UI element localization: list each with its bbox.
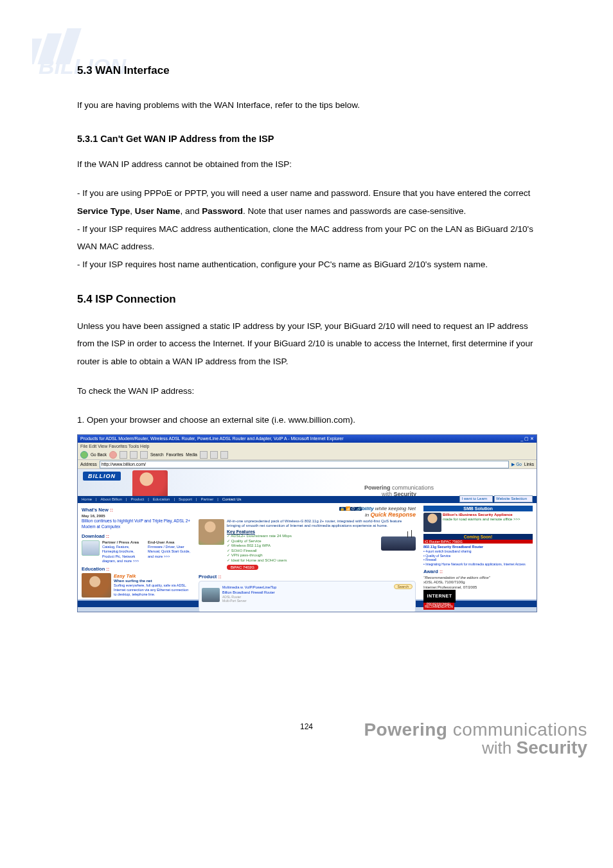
left-column: What's New :: May 16, 2005 Billion conti…: [78, 503, 195, 599]
banner-selects: I want to Learn Website Selection: [459, 495, 533, 502]
product-button[interactable]: BiPAC 7402G: [227, 565, 258, 570]
heading-5-3-1: 5.3.1 Can't Get WAN IP Address from the …: [77, 134, 536, 144]
internet-logo-sub: PROFESSIONNEL RECOMMENDATION: [423, 603, 454, 610]
window-title-bar: Products for ADSL Modem/Router, Wireless…: [78, 435, 537, 443]
footer-security: Security: [517, 738, 588, 757]
menu-bar[interactable]: File Edit View Favorites Tools Help: [78, 443, 537, 450]
router-image: [381, 536, 416, 551]
history-icon[interactable]: [200, 451, 208, 459]
nav-contact[interactable]: Contact Us: [222, 496, 242, 503]
window-controls: _ ▢ ✕: [520, 435, 534, 443]
lock-icon: 🔒: [339, 507, 345, 511]
download-thumb: [82, 540, 100, 556]
partner-area-links[interactable]: Catalog, Feature, Homeplug brochure, Pro…: [102, 545, 145, 563]
site-banner: BILLION Powering communications with Sec…: [78, 469, 537, 503]
svg-rect-1: [38, 33, 62, 64]
feature-6: ✓ Ideal for Home and SOHO users: [227, 558, 416, 563]
news-link[interactable]: Billion continues to highlight VoIP and …: [82, 518, 191, 529]
forward-button-icon[interactable]: [109, 451, 117, 459]
award-header: Award ::: [423, 569, 533, 574]
address-input[interactable]: [100, 461, 510, 468]
middle-column: 🔒📶⏱🔗bility while keeping Net in Quick Re…: [195, 503, 420, 599]
education-header: Education ::: [82, 566, 191, 572]
feature-photo: [199, 519, 224, 545]
print-icon[interactable]: [220, 451, 228, 459]
back-button-icon[interactable]: [80, 451, 88, 459]
text-5-3-1-p1: - If you are using PPPoE or PPTP, you wi…: [77, 184, 536, 273]
award-magazine: Internet Professionnel, 07/2005: [423, 585, 533, 590]
svg-rect-2: [56, 28, 82, 64]
text-5-3-1-p2: - If your ISP requires MAC address authe…: [77, 224, 533, 252]
text-fragment: - If you are using PPPoE or PPTP, you wi…: [77, 188, 530, 198]
wifi-icon: 📶: [345, 507, 351, 511]
internet-logo: INTERNET: [423, 590, 456, 603]
coming-f4: • Integrating Home Network for multimedi…: [423, 562, 533, 567]
news-date: May 16, 2005: [82, 514, 191, 518]
award-quote: "Recommendation of the editors office": [423, 576, 533, 580]
text-5-4-p2: To check the WAN IP address:: [77, 382, 536, 400]
window-title: Products for ADSL Modem/Router, Wireless…: [80, 435, 344, 443]
award-product: xDSL ADSL 7100/7100g: [423, 580, 533, 585]
nav-support[interactable]: Support: [179, 496, 192, 503]
links-label[interactable]: Links: [524, 462, 534, 466]
nav-education[interactable]: Education: [153, 496, 170, 503]
coming-soon-banner: Coming Soon!: [423, 534, 533, 540]
enduser-area-links[interactable]: Firmware / Driver, User Manual, Quick St…: [148, 545, 191, 558]
stop-icon[interactable]: [120, 451, 127, 459]
favorites-label[interactable]: Favorites: [166, 452, 184, 457]
nav-home[interactable]: Home: [82, 496, 92, 503]
billion-logo[interactable]: BILLION: [83, 472, 121, 481]
nav-product[interactable]: Product: [131, 496, 145, 503]
banner-slogan: Powering communications with Security: [364, 484, 434, 497]
toolbar: Go Back Search Favorites Media: [78, 450, 537, 460]
webpage-body: BILLION Powering communications with Sec…: [78, 469, 537, 604]
address-bar: Address ▶ Go Links: [78, 460, 537, 469]
go-button[interactable]: ▶ Go: [511, 462, 521, 467]
product-link-1[interactable]: Multimedia w. VoIP/PowerLine/Top: [202, 585, 413, 590]
text-5-4-p1: Unless you have been assigned a static I…: [77, 317, 536, 371]
address-label: Address: [80, 462, 97, 466]
text-5-3-1-p3: - If your ISP requires host name authent…: [77, 260, 488, 269]
home-icon[interactable]: [140, 451, 148, 459]
link-icon: 🔗: [356, 507, 362, 511]
feature-title: 🔒📶⏱🔗bility while keeping Net in Quick Re…: [199, 506, 416, 518]
product-link-4[interactable]: Multi-Port Server: [202, 599, 413, 603]
bold-user-name: User Name: [135, 206, 181, 216]
refresh-icon[interactable]: [130, 451, 138, 459]
search-label[interactable]: Search: [150, 452, 164, 457]
feature-desc: All-in-one unprecedented pack of Wireles…: [227, 519, 416, 528]
mail-icon[interactable]: [210, 451, 218, 459]
nav-partner[interactable]: Partner: [201, 496, 214, 503]
browser-screenshot: Products for ADSL Modem/Router, Wireless…: [77, 434, 537, 612]
heading-5-3: 5.3 WAN Interface: [77, 64, 536, 77]
text-5-3-1-intro: If the WAN IP address cannot be obtained…: [77, 155, 536, 173]
website-select[interactable]: Website Selection: [494, 495, 533, 502]
nav-about[interactable]: About Billion: [101, 496, 122, 503]
bold-service-type: Service Type: [77, 206, 130, 216]
download-header: Download ::: [82, 533, 191, 539]
footer-communications: communications: [453, 720, 587, 740]
speed-icon: ⏱: [351, 507, 356, 511]
learn-select[interactable]: I want to Learn: [459, 495, 493, 502]
right-column: SMB Solution Billion's iBusiness Securit…: [420, 503, 537, 599]
product-header: Product ::: [199, 574, 416, 580]
partner-area-header: Partner / Press Area: [102, 540, 145, 545]
page-content: 5.3 WAN Interface If you are having prob…: [77, 64, 536, 612]
bold-password: Password: [202, 206, 243, 216]
smb-header: SMB Solution: [423, 506, 533, 511]
footer-tagline: Powering communications with Security: [364, 720, 587, 758]
product-panel: Search Multimedia w. VoIP/PowerLine/Top …: [199, 581, 416, 612]
product-link-2[interactable]: Billion Broadband Firewall Router: [202, 590, 413, 595]
education-photo: [82, 573, 111, 598]
key-features-header: Key Features: [227, 529, 416, 534]
text-5-3-intro: If you are having problems with the WAN …: [77, 96, 536, 114]
footer-with: with: [482, 738, 511, 757]
media-label[interactable]: Media: [186, 452, 197, 457]
svg-rect-0: [32, 39, 42, 64]
coming-title[interactable]: 802.11g Security Broadband Router: [423, 545, 533, 549]
text-fragment: . Note that user names and passwords are…: [243, 206, 466, 216]
product-search-button[interactable]: Search: [394, 584, 413, 589]
coming-product: iG Router BiPAC 7560G: [423, 540, 533, 544]
back-label[interactable]: Go Back: [91, 452, 107, 457]
footer-powering: Powering: [364, 720, 447, 740]
